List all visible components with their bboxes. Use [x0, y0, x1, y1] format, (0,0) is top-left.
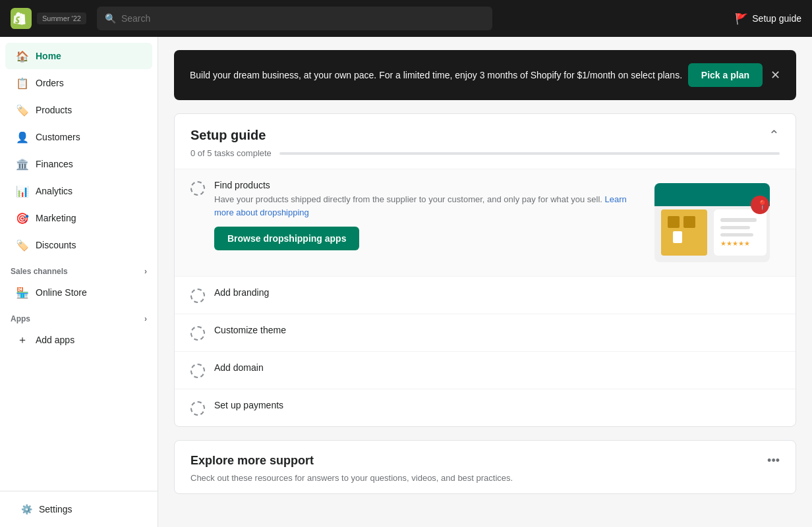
task-circle-add-branding — [190, 289, 205, 303]
sidebar-item-settings[interactable]: ⚙️ Settings — [11, 497, 147, 521]
task-add-domain[interactable]: Add domain — [175, 351, 796, 389]
flag-icon: 🚩 — [735, 13, 748, 25]
sidebar-item-orders-label: Orders — [36, 78, 64, 88]
promo-banner: Build your dream business, at your own p… — [174, 50, 796, 100]
main-layout: 🏠 Home 📋 Orders 🏷️ Products 👤 Customers … — [0, 37, 812, 527]
search-input[interactable] — [121, 13, 484, 24]
sidebar-item-finances[interactable]: 🏛️ Finances — [5, 151, 152, 177]
svg-rect-7 — [673, 231, 682, 243]
sidebar-item-marketing[interactable]: 🎯 Marketing — [5, 205, 152, 231]
setup-guide-button[interactable]: 🚩 Setup guide — [735, 13, 801, 25]
close-banner-button[interactable]: ✕ — [770, 68, 780, 82]
browse-dropshipping-button[interactable]: Browse dropshipping apps — [214, 227, 359, 250]
task-illustration: ★★★★★ 📍 — [648, 180, 780, 265]
task-content-customize-theme: Customize theme — [214, 325, 780, 338]
task-content-find-products: Find products Have your products shipped… — [214, 180, 639, 250]
task-circle-add-domain — [190, 364, 205, 378]
task-title-customize-theme: Customize theme — [214, 325, 780, 335]
logo-area: Summer '22 — [11, 8, 86, 29]
sidebar-footer: ⚙️ Settings — [0, 491, 158, 527]
sales-channels-chevron[interactable]: › — [144, 267, 147, 276]
collapse-button[interactable]: ⌃ — [768, 127, 780, 143]
shopify-logo — [11, 8, 32, 29]
sidebar-item-discounts[interactable]: 🏷️ Discounts — [5, 232, 152, 258]
task-customize-theme[interactable]: Customize theme — [175, 314, 796, 351]
svg-rect-9 — [720, 218, 757, 222]
explore-support-description: Check out these resources for answers to… — [175, 473, 796, 493]
apps-header: Apps › — [0, 306, 158, 326]
version-badge: Summer '22 — [37, 13, 86, 24]
svg-rect-11 — [720, 233, 753, 236]
task-title-find-products: Find products — [214, 180, 639, 190]
svg-rect-8 — [714, 209, 767, 256]
svg-text:★★★★★: ★★★★★ — [720, 240, 750, 247]
sidebar-item-customers[interactable]: 👤 Customers — [5, 124, 152, 150]
sidebar-item-online-store-label: Online Store — [36, 287, 87, 298]
discounts-icon: 🏷️ — [16, 238, 29, 252]
sidebar-item-home[interactable]: 🏠 Home — [5, 43, 152, 69]
sidebar-item-orders[interactable]: 📋 Orders — [5, 70, 152, 96]
sidebar: 🏠 Home 📋 Orders 🏷️ Products 👤 Customers … — [0, 37, 158, 527]
task-content-add-domain: Add domain — [214, 362, 780, 375]
svg-rect-6 — [683, 216, 695, 228]
promo-actions: Pick a plan ✕ — [688, 63, 780, 87]
sidebar-item-settings-label: Settings — [39, 504, 72, 514]
task-description-find-products: Have your products shipped directly from… — [214, 193, 639, 219]
task-title-set-up-payments: Set up payments — [214, 400, 780, 410]
task-circle-set-up-payments — [190, 401, 205, 416]
sidebar-item-finances-label: Finances — [36, 159, 73, 169]
top-nav: Summer '22 🔍 🚩 Setup guide — [0, 0, 812, 37]
sidebar-item-products[interactable]: 🏷️ Products — [5, 97, 152, 123]
task-title-add-domain: Add domain — [214, 362, 780, 373]
explore-support-title: Explore more support — [190, 454, 314, 468]
nav-right: 🚩 Setup guide — [735, 13, 801, 25]
setup-guide-header: Setup guide ⌃ — [175, 114, 796, 143]
sales-channels-header: Sales channels › — [0, 259, 158, 279]
sidebar-item-analytics[interactable]: 📊 Analytics — [5, 178, 152, 204]
progress-bar-background — [279, 152, 780, 155]
task-find-products[interactable]: Find products Have your products shipped… — [175, 169, 796, 276]
analytics-icon: 📊 — [16, 184, 29, 198]
settings-icon: ⚙️ — [21, 504, 32, 514]
products-icon: 🏷️ — [16, 103, 29, 117]
main-content: Build your dream business, at your own p… — [158, 37, 812, 527]
explore-support-card: Explore more support ••• Check out these… — [174, 440, 796, 494]
more-options-button[interactable]: ••• — [767, 454, 780, 468]
marketing-icon: 🎯 — [16, 211, 29, 225]
sidebar-item-discounts-label: Discounts — [36, 240, 76, 250]
sidebar-item-customers-label: Customers — [36, 132, 80, 142]
sidebar-item-online-store[interactable]: 🏪 Online Store — [5, 279, 152, 306]
dropshipping-link[interactable]: Learn more about dropshipping — [214, 194, 627, 217]
sidebar-item-add-apps[interactable]: ＋ Add apps — [5, 327, 152, 353]
online-store-icon: 🏪 — [16, 286, 29, 299]
sidebar-item-analytics-label: Analytics — [36, 186, 72, 196]
search-bar[interactable]: 🔍 — [97, 7, 492, 30]
svg-text:📍: 📍 — [757, 200, 768, 211]
customers-icon: 👤 — [16, 130, 29, 144]
svg-rect-10 — [720, 226, 750, 229]
setup-guide-title: Setup guide — [190, 128, 266, 143]
explore-support-header: Explore more support ••• — [175, 441, 796, 473]
finances-icon: 🏛️ — [16, 157, 29, 171]
task-circle-customize-theme — [190, 326, 205, 341]
search-icon: 🔍 — [105, 13, 116, 24]
setup-guide-label: Setup guide — [752, 13, 801, 24]
task-title-add-branding: Add branding — [214, 287, 780, 298]
pick-plan-button[interactable]: Pick a plan — [688, 63, 763, 87]
home-icon: 🏠 — [16, 49, 29, 63]
setup-guide-card: Setup guide ⌃ 0 of 5 tasks complete Find… — [174, 113, 796, 427]
task-add-branding[interactable]: Add branding — [175, 276, 796, 314]
svg-rect-5 — [668, 216, 680, 228]
orders-icon: 📋 — [16, 76, 29, 90]
task-circle-find-products — [190, 181, 205, 196]
sidebar-item-home-label: Home — [36, 51, 61, 61]
sidebar-item-marketing-label: Marketing — [36, 213, 76, 223]
task-set-up-payments[interactable]: Set up payments — [175, 389, 796, 426]
add-apps-icon: ＋ — [16, 333, 29, 347]
promo-text: Build your dream business, at your own p… — [190, 69, 688, 82]
progress-row: 0 of 5 tasks complete — [175, 143, 796, 169]
apps-chevron[interactable]: › — [144, 314, 147, 323]
task-content-set-up-payments: Set up payments — [214, 400, 780, 413]
sidebar-nav: 🏠 Home 📋 Orders 🏷️ Products 👤 Customers … — [0, 37, 158, 491]
progress-text: 0 of 5 tasks complete — [190, 148, 272, 158]
